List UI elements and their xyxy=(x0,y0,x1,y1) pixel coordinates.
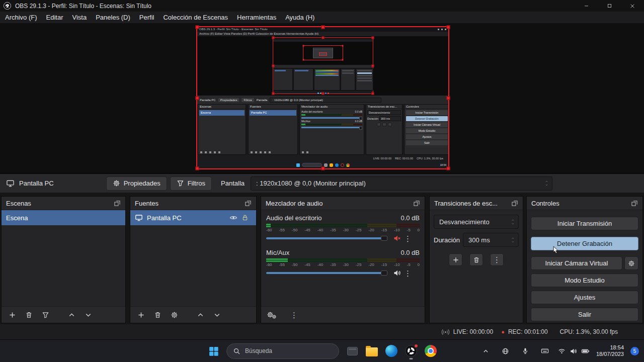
tray-keyboard-icon[interactable] xyxy=(538,344,551,357)
lock-icon[interactable] xyxy=(242,214,249,221)
menu-item-perfil[interactable]: Perfil xyxy=(135,12,159,23)
resize-handle[interactable] xyxy=(196,96,199,100)
scene-item[interactable]: Escena xyxy=(2,210,125,225)
channel-options-icon[interactable]: ⋮ xyxy=(404,269,412,277)
taskbar-clock[interactable]: 18:54 18/07/2023 xyxy=(596,344,624,357)
stop-recording-button[interactable]: Detener Grabación xyxy=(531,237,638,250)
move-scene-down-button[interactable] xyxy=(83,310,93,320)
panel-fuentes: Fuentes Pantalla PC xyxy=(130,196,257,323)
menubar: Archivo (F) Editar Vista Paneles (D) Per… xyxy=(0,12,644,23)
mute-icon[interactable] xyxy=(393,234,401,242)
start-button[interactable] xyxy=(207,344,220,357)
resize-handle[interactable] xyxy=(196,167,199,170)
recording-dot-icon: ● xyxy=(501,329,505,335)
menu-item-ayuda[interactable]: Ayuda (H) xyxy=(281,12,319,23)
transition-select[interactable]: Desvanecimiento xyxy=(434,215,519,229)
audio-meter xyxy=(266,260,420,262)
transition-options-button[interactable]: ⋮ xyxy=(490,253,504,266)
audio-meter xyxy=(266,226,420,227)
volume-slider[interactable] xyxy=(266,237,387,239)
resize-handle[interactable] xyxy=(447,167,450,170)
notification-badge[interactable]: 5 xyxy=(630,347,639,355)
move-scene-up-button[interactable] xyxy=(66,310,76,320)
menu-item-herramientas[interactable]: Herramientas xyxy=(232,12,281,23)
menu-item-coleccion[interactable]: Colección de Escenas xyxy=(158,12,232,23)
speaker-icon[interactable] xyxy=(393,269,401,277)
channel-db: 0.0 dB xyxy=(400,249,420,256)
menu-item-paneles[interactable]: Paneles (D) xyxy=(91,12,135,23)
app-icon-file-explorer[interactable] xyxy=(365,344,378,357)
resize-handle[interactable] xyxy=(196,26,199,29)
slider-handle[interactable] xyxy=(381,236,387,241)
source-properties-button[interactable] xyxy=(169,310,179,320)
settings-button[interactable]: Ajustes xyxy=(531,291,638,304)
wifi-icon xyxy=(558,347,566,355)
filters-button[interactable]: Filtros xyxy=(170,176,212,191)
dock-popout-icon[interactable] xyxy=(245,200,252,207)
search-input[interactable] xyxy=(245,347,320,354)
titlebar: OBS 29.1.3 - Perfil: Sin Título - Escena… xyxy=(0,0,644,12)
move-source-up-button[interactable] xyxy=(195,310,205,320)
dock-popout-icon[interactable] xyxy=(413,200,420,207)
app-icon-dark-window[interactable] xyxy=(346,344,359,357)
slider-handle[interactable] xyxy=(381,270,387,276)
preview-resize-handle xyxy=(372,64,374,67)
app-icon-edge[interactable] xyxy=(385,344,398,357)
menu-item-editar[interactable]: Editar xyxy=(42,12,68,23)
preview-resize-handle xyxy=(322,37,325,39)
volume-slider[interactable] xyxy=(266,272,387,274)
capture-selection[interactable]: OBS 29.1.3 - Perfil: Sin Título - Escena… xyxy=(196,26,449,169)
tray-globe-icon[interactable] xyxy=(499,344,512,357)
screen-select[interactable]: : 1920x1080 @ 0,0 (Monitor principal) xyxy=(251,176,552,191)
menu-item-archivo[interactable]: Archivo (F) xyxy=(1,12,42,23)
exit-button[interactable]: Salir xyxy=(531,308,638,321)
preview-resize-handle xyxy=(272,37,275,39)
dock-popout-icon[interactable] xyxy=(114,200,121,207)
remove-transition-button[interactable] xyxy=(469,253,483,266)
add-transition-button[interactable] xyxy=(449,253,462,266)
resize-handle[interactable] xyxy=(447,26,450,29)
tray-mic-icon[interactable] xyxy=(519,344,532,357)
source-item[interactable]: Pantalla PC xyxy=(130,210,256,225)
add-source-button[interactable] xyxy=(136,310,146,320)
advanced-audio-button[interactable] xyxy=(267,311,277,318)
virtual-camera-settings-button[interactable] xyxy=(624,256,638,270)
minimize-button[interactable] xyxy=(575,0,598,12)
app-icon-obs[interactable] xyxy=(405,344,418,357)
scene-filters-button[interactable] xyxy=(40,310,50,320)
remove-source-button[interactable] xyxy=(152,310,163,320)
tray-system-cluster[interactable] xyxy=(558,347,590,355)
maximize-button[interactable] xyxy=(598,0,621,12)
preview-resize-handle xyxy=(342,59,344,61)
menu-item-vista[interactable]: Vista xyxy=(68,12,92,23)
close-button[interactable] xyxy=(621,0,644,12)
volume-icon xyxy=(570,347,577,355)
resize-handle[interactable] xyxy=(321,26,325,29)
resize-handle[interactable] xyxy=(321,167,325,170)
dock-popout-icon[interactable] xyxy=(511,200,518,207)
live-status: LIVE: 00:00:00 xyxy=(453,328,493,335)
start-streaming-button[interactable]: Iniciar Transmisión xyxy=(531,217,638,230)
add-scene-button[interactable] xyxy=(7,310,17,320)
taskbar-search[interactable] xyxy=(226,343,339,359)
preview-resize-handle xyxy=(342,45,344,47)
start-virtual-camera-button[interactable]: Iniciar Cámara Virtual xyxy=(531,256,622,270)
dock-popout-icon[interactable] xyxy=(631,200,638,207)
remove-scene-button[interactable] xyxy=(24,310,34,320)
mixer-options-icon[interactable]: ⋮ xyxy=(290,311,298,319)
screen-label: Pantalla xyxy=(221,179,245,187)
tray-overflow-caret-icon[interactable] xyxy=(479,344,493,357)
move-source-down-button[interactable] xyxy=(212,310,222,320)
panel-controles: Controles Iniciar Transmisión Detener Gr… xyxy=(526,196,643,323)
nested-capture xyxy=(273,37,373,94)
preview-mini-docks: Escenas Escena Fuentes Pantalla PC Mezcl… xyxy=(197,104,448,155)
panel-title: Fuentes xyxy=(135,200,158,207)
duration-spinbox[interactable]: 300 ms xyxy=(463,233,519,247)
resize-handle[interactable] xyxy=(447,96,450,100)
channel-options-icon[interactable]: ⋮ xyxy=(404,235,412,242)
properties-button[interactable]: Propiedades xyxy=(106,176,167,191)
preview-panel-mezclador: Mezclador de audio Audio del escritorio0… xyxy=(299,104,364,155)
studio-mode-button[interactable]: Modo Estudio xyxy=(531,274,638,287)
app-icon-chrome[interactable] xyxy=(424,344,437,357)
visibility-eye-icon[interactable] xyxy=(229,214,237,222)
